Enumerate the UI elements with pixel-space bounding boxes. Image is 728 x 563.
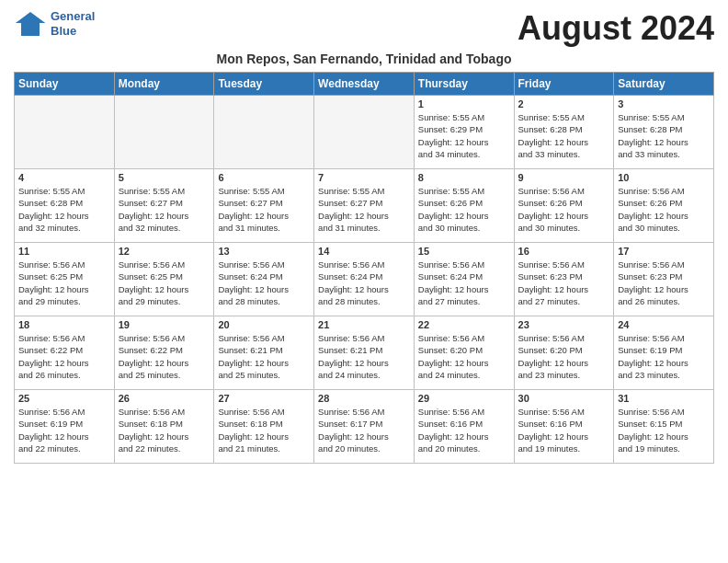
day-info: Sunrise: 5:56 AM Sunset: 6:16 PM Dayligh… xyxy=(518,406,610,454)
calendar-cell: 17Sunrise: 5:56 AM Sunset: 6:23 PM Dayli… xyxy=(614,243,714,316)
calendar-cell: 4Sunrise: 5:55 AM Sunset: 6:28 PM Daylig… xyxy=(15,169,115,243)
day-info: Sunrise: 5:56 AM Sunset: 6:26 PM Dayligh… xyxy=(618,185,710,234)
day-number: 22 xyxy=(418,319,510,330)
calendar-cell: 20Sunrise: 5:56 AM Sunset: 6:21 PM Dayli… xyxy=(214,316,314,390)
day-info: Sunrise: 5:55 AM Sunset: 6:28 PM Dayligh… xyxy=(618,111,710,160)
calendar-cell: 22Sunrise: 5:56 AM Sunset: 6:20 PM Dayli… xyxy=(414,316,514,390)
month-title: August 2024 xyxy=(518,9,714,48)
calendar-cell: 9Sunrise: 5:56 AM Sunset: 6:26 PM Daylig… xyxy=(514,169,614,243)
calendar-cell xyxy=(314,96,415,169)
calendar-cell: 5Sunrise: 5:55 AM Sunset: 6:27 PM Daylig… xyxy=(114,169,214,243)
calendar-cell: 28Sunrise: 5:56 AM Sunset: 6:17 PM Dayli… xyxy=(314,390,415,464)
day-number: 18 xyxy=(18,319,110,330)
subtitle: Mon Repos, San Fernando, Trinidad and To… xyxy=(14,52,714,66)
calendar-cell: 26Sunrise: 5:56 AM Sunset: 6:18 PM Dayli… xyxy=(114,390,214,464)
day-info: Sunrise: 5:56 AM Sunset: 6:18 PM Dayligh… xyxy=(218,406,310,454)
day-number: 4 xyxy=(18,172,110,183)
day-info: Sunrise: 5:56 AM Sunset: 6:17 PM Dayligh… xyxy=(318,406,410,454)
calendar-cell: 19Sunrise: 5:56 AM Sunset: 6:22 PM Dayli… xyxy=(114,316,214,390)
day-info: Sunrise: 5:56 AM Sunset: 6:25 PM Dayligh… xyxy=(18,259,110,307)
calendar-cell: 13Sunrise: 5:56 AM Sunset: 6:24 PM Dayli… xyxy=(214,243,314,316)
day-number: 25 xyxy=(18,393,110,404)
calendar-header-row: SundayMondayTuesdayWednesdayThursdayFrid… xyxy=(15,73,714,96)
day-number: 26 xyxy=(119,393,210,404)
day-info: Sunrise: 5:55 AM Sunset: 6:29 PM Dayligh… xyxy=(418,111,510,160)
calendar-cell: 3Sunrise: 5:55 AM Sunset: 6:28 PM Daylig… xyxy=(614,96,714,169)
calendar-cell: 10Sunrise: 5:56 AM Sunset: 6:26 PM Dayli… xyxy=(614,169,714,243)
page-header: General Blue August 2024 xyxy=(14,9,714,48)
calendar-cell: 15Sunrise: 5:56 AM Sunset: 6:24 PM Dayli… xyxy=(414,243,514,316)
calendar-cell xyxy=(15,96,115,169)
day-info: Sunrise: 5:56 AM Sunset: 6:16 PM Dayligh… xyxy=(418,406,510,454)
day-number: 13 xyxy=(218,246,310,257)
day-info: Sunrise: 5:55 AM Sunset: 6:27 PM Dayligh… xyxy=(119,185,210,234)
day-number: 24 xyxy=(618,319,710,330)
calendar-cell: 23Sunrise: 5:56 AM Sunset: 6:20 PM Dayli… xyxy=(514,316,614,390)
calendar-cell: 1Sunrise: 5:55 AM Sunset: 6:29 PM Daylig… xyxy=(414,96,514,169)
day-info: Sunrise: 5:56 AM Sunset: 6:21 PM Dayligh… xyxy=(218,332,310,381)
day-info: Sunrise: 5:55 AM Sunset: 6:28 PM Dayligh… xyxy=(518,111,610,160)
day-number: 23 xyxy=(518,319,610,330)
calendar-cell: 16Sunrise: 5:56 AM Sunset: 6:23 PM Dayli… xyxy=(514,243,614,316)
calendar-cell xyxy=(114,96,214,169)
day-info: Sunrise: 5:56 AM Sunset: 6:22 PM Dayligh… xyxy=(119,332,210,381)
week-row-1: 1Sunrise: 5:55 AM Sunset: 6:29 PM Daylig… xyxy=(15,96,714,169)
day-info: Sunrise: 5:56 AM Sunset: 6:24 PM Dayligh… xyxy=(418,259,510,307)
calendar-cell: 25Sunrise: 5:56 AM Sunset: 6:19 PM Dayli… xyxy=(15,390,115,464)
day-info: Sunrise: 5:55 AM Sunset: 6:28 PM Dayligh… xyxy=(18,185,110,234)
day-number: 27 xyxy=(218,393,310,404)
day-number: 29 xyxy=(418,393,510,404)
calendar-cell: 12Sunrise: 5:56 AM Sunset: 6:25 PM Dayli… xyxy=(114,243,214,316)
calendar-cell: 30Sunrise: 5:56 AM Sunset: 6:16 PM Dayli… xyxy=(514,390,614,464)
week-row-3: 11Sunrise: 5:56 AM Sunset: 6:25 PM Dayli… xyxy=(15,243,714,316)
day-info: Sunrise: 5:55 AM Sunset: 6:26 PM Dayligh… xyxy=(418,185,510,234)
day-info: Sunrise: 5:56 AM Sunset: 6:15 PM Dayligh… xyxy=(618,406,710,454)
day-info: Sunrise: 5:56 AM Sunset: 6:23 PM Dayligh… xyxy=(518,259,610,307)
calendar-cell: 18Sunrise: 5:56 AM Sunset: 6:22 PM Dayli… xyxy=(15,316,115,390)
day-number: 16 xyxy=(518,246,610,257)
day-number: 30 xyxy=(518,393,610,404)
header-tuesday: Tuesday xyxy=(214,73,314,96)
day-number: 17 xyxy=(618,246,710,257)
day-number: 12 xyxy=(119,246,210,257)
day-info: Sunrise: 5:56 AM Sunset: 6:23 PM Dayligh… xyxy=(618,259,710,307)
calendar-cell: 14Sunrise: 5:56 AM Sunset: 6:24 PM Dayli… xyxy=(314,243,415,316)
calendar-cell: 24Sunrise: 5:56 AM Sunset: 6:19 PM Dayli… xyxy=(614,316,714,390)
header-sunday: Sunday xyxy=(15,73,115,96)
day-number: 6 xyxy=(218,172,310,183)
day-info: Sunrise: 5:56 AM Sunset: 6:24 PM Dayligh… xyxy=(318,259,410,307)
day-info: Sunrise: 5:55 AM Sunset: 6:27 PM Dayligh… xyxy=(218,185,310,234)
day-number: 31 xyxy=(618,393,710,404)
day-info: Sunrise: 5:56 AM Sunset: 6:19 PM Dayligh… xyxy=(18,406,110,454)
day-number: 1 xyxy=(418,98,510,109)
day-number: 3 xyxy=(618,98,710,109)
day-info: Sunrise: 5:56 AM Sunset: 6:24 PM Dayligh… xyxy=(218,259,310,307)
day-number: 5 xyxy=(119,172,210,183)
calendar-table: SundayMondayTuesdayWednesdayThursdayFrid… xyxy=(14,72,714,464)
day-number: 11 xyxy=(18,246,110,257)
day-info: Sunrise: 5:56 AM Sunset: 6:19 PM Dayligh… xyxy=(618,332,710,381)
header-friday: Friday xyxy=(514,73,614,96)
calendar-cell: 8Sunrise: 5:55 AM Sunset: 6:26 PM Daylig… xyxy=(414,169,514,243)
week-row-2: 4Sunrise: 5:55 AM Sunset: 6:28 PM Daylig… xyxy=(15,169,714,243)
calendar-cell: 7Sunrise: 5:55 AM Sunset: 6:27 PM Daylig… xyxy=(314,169,415,243)
calendar-cell: 11Sunrise: 5:56 AM Sunset: 6:25 PM Dayli… xyxy=(15,243,115,316)
day-number: 7 xyxy=(318,172,410,183)
calendar-cell: 31Sunrise: 5:56 AM Sunset: 6:15 PM Dayli… xyxy=(614,390,714,464)
day-info: Sunrise: 5:56 AM Sunset: 6:25 PM Dayligh… xyxy=(119,259,210,307)
logo: General Blue xyxy=(14,9,95,38)
logo-line1: General xyxy=(51,9,95,24)
day-number: 20 xyxy=(218,319,310,330)
day-number: 15 xyxy=(418,246,510,257)
day-number: 28 xyxy=(318,393,410,404)
calendar-cell: 29Sunrise: 5:56 AM Sunset: 6:16 PM Dayli… xyxy=(414,390,514,464)
day-info: Sunrise: 5:56 AM Sunset: 6:20 PM Dayligh… xyxy=(518,332,610,381)
day-number: 21 xyxy=(318,319,410,330)
day-info: Sunrise: 5:56 AM Sunset: 6:26 PM Dayligh… xyxy=(518,185,610,234)
header-monday: Monday xyxy=(114,73,214,96)
header-wednesday: Wednesday xyxy=(314,73,415,96)
calendar-cell xyxy=(214,96,314,169)
calendar-cell: 6Sunrise: 5:55 AM Sunset: 6:27 PM Daylig… xyxy=(214,169,314,243)
calendar-cell: 21Sunrise: 5:56 AM Sunset: 6:21 PM Dayli… xyxy=(314,316,415,390)
calendar-cell: 2Sunrise: 5:55 AM Sunset: 6:28 PM Daylig… xyxy=(514,96,614,169)
